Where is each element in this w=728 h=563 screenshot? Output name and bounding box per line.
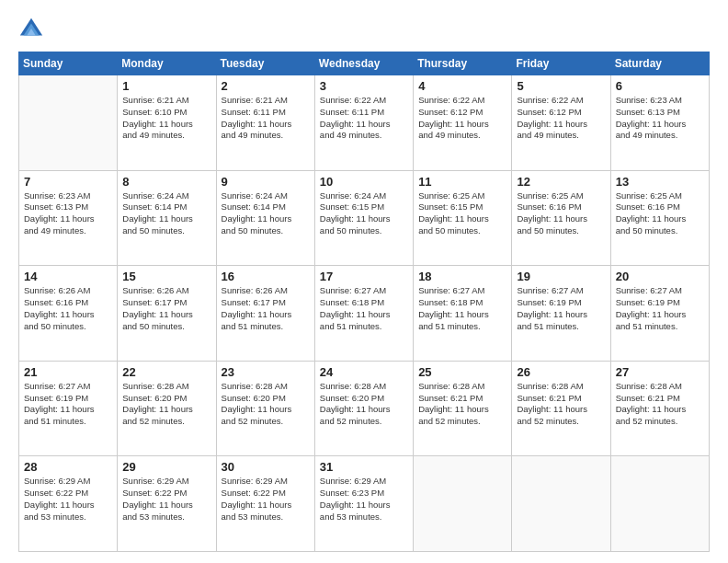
calendar-cell: 27Sunrise: 6:28 AM Sunset: 6:21 PM Dayli… xyxy=(610,361,709,456)
day-number: 5 xyxy=(517,79,605,93)
calendar-cell: 2Sunrise: 6:21 AM Sunset: 6:11 PM Daylig… xyxy=(216,75,314,171)
day-info: Sunrise: 6:22 AM Sunset: 6:11 PM Dayligh… xyxy=(320,95,408,142)
week-row-3: 21Sunrise: 6:27 AM Sunset: 6:19 PM Dayli… xyxy=(19,361,710,456)
day-number: 22 xyxy=(122,365,210,379)
day-number: 8 xyxy=(122,175,210,189)
calendar-cell: 15Sunrise: 6:26 AM Sunset: 6:17 PM Dayli… xyxy=(118,266,216,362)
day-info: Sunrise: 6:26 AM Sunset: 6:17 PM Dayligh… xyxy=(222,285,310,332)
calendar-cell: 8Sunrise: 6:24 AM Sunset: 6:14 PM Daylig… xyxy=(118,170,216,266)
weekday-header-saturday: Saturday xyxy=(610,52,709,75)
calendar-cell: 6Sunrise: 6:23 AM Sunset: 6:13 PM Daylig… xyxy=(610,75,709,171)
page: SundayMondayTuesdayWednesdayThursdayFrid… xyxy=(0,0,728,563)
calendar-table: SundayMondayTuesdayWednesdayThursdayFrid… xyxy=(18,52,710,552)
calendar-cell: 10Sunrise: 6:24 AM Sunset: 6:15 PM Dayli… xyxy=(314,170,413,266)
day-number: 14 xyxy=(24,270,112,283)
calendar-cell: 1Sunrise: 6:21 AM Sunset: 6:10 PM Daylig… xyxy=(118,75,216,171)
week-row-0: 1Sunrise: 6:21 AM Sunset: 6:10 PM Daylig… xyxy=(19,75,710,171)
day-info: Sunrise: 6:27 AM Sunset: 6:18 PM Dayligh… xyxy=(320,285,408,332)
calendar-cell xyxy=(512,456,610,552)
calendar-cell: 24Sunrise: 6:28 AM Sunset: 6:20 PM Dayli… xyxy=(314,361,413,456)
day-number: 7 xyxy=(24,175,112,189)
day-number: 12 xyxy=(517,175,605,189)
calendar-cell: 30Sunrise: 6:29 AM Sunset: 6:22 PM Dayli… xyxy=(216,456,314,552)
calendar-cell: 16Sunrise: 6:26 AM Sunset: 6:17 PM Dayli… xyxy=(216,266,314,362)
day-info: Sunrise: 6:29 AM Sunset: 6:22 PM Dayligh… xyxy=(222,476,310,523)
day-info: Sunrise: 6:25 AM Sunset: 6:16 PM Dayligh… xyxy=(517,190,605,237)
day-number: 15 xyxy=(122,270,210,283)
calendar-cell xyxy=(414,456,512,552)
day-info: Sunrise: 6:24 AM Sunset: 6:15 PM Dayligh… xyxy=(320,190,408,237)
calendar-cell: 3Sunrise: 6:22 AM Sunset: 6:11 PM Daylig… xyxy=(314,75,413,171)
calendar-cell: 29Sunrise: 6:29 AM Sunset: 6:22 PM Dayli… xyxy=(118,456,216,552)
day-info: Sunrise: 6:28 AM Sunset: 6:21 PM Dayligh… xyxy=(616,381,704,428)
calendar-cell: 4Sunrise: 6:22 AM Sunset: 6:12 PM Daylig… xyxy=(414,75,512,171)
weekday-header-sunday: Sunday xyxy=(19,52,118,75)
day-info: Sunrise: 6:21 AM Sunset: 6:10 PM Dayligh… xyxy=(122,95,210,142)
calendar-cell: 5Sunrise: 6:22 AM Sunset: 6:12 PM Daylig… xyxy=(512,75,610,171)
weekday-header-monday: Monday xyxy=(118,52,216,75)
day-number: 16 xyxy=(222,270,310,283)
week-row-4: 28Sunrise: 6:29 AM Sunset: 6:22 PM Dayli… xyxy=(19,456,710,552)
day-info: Sunrise: 6:23 AM Sunset: 6:13 PM Dayligh… xyxy=(616,95,704,142)
day-info: Sunrise: 6:28 AM Sunset: 6:20 PM Dayligh… xyxy=(222,381,310,428)
day-info: Sunrise: 6:26 AM Sunset: 6:16 PM Dayligh… xyxy=(24,285,112,332)
day-info: Sunrise: 6:24 AM Sunset: 6:14 PM Dayligh… xyxy=(222,190,310,237)
day-number: 31 xyxy=(320,460,408,474)
calendar-cell: 22Sunrise: 6:28 AM Sunset: 6:20 PM Dayli… xyxy=(118,361,216,456)
day-number: 21 xyxy=(24,365,112,379)
calendar-cell: 12Sunrise: 6:25 AM Sunset: 6:16 PM Dayli… xyxy=(512,170,610,266)
week-row-2: 14Sunrise: 6:26 AM Sunset: 6:16 PM Dayli… xyxy=(19,266,710,362)
calendar-cell: 17Sunrise: 6:27 AM Sunset: 6:18 PM Dayli… xyxy=(314,266,413,362)
calendar-cell: 7Sunrise: 6:23 AM Sunset: 6:13 PM Daylig… xyxy=(19,170,118,266)
day-info: Sunrise: 6:28 AM Sunset: 6:21 PM Dayligh… xyxy=(517,381,605,428)
day-number: 27 xyxy=(616,365,704,379)
calendar-cell: 31Sunrise: 6:29 AM Sunset: 6:23 PM Dayli… xyxy=(314,456,413,552)
calendar-cell: 14Sunrise: 6:26 AM Sunset: 6:16 PM Dayli… xyxy=(19,266,118,362)
day-number: 26 xyxy=(517,365,605,379)
calendar-cell: 20Sunrise: 6:27 AM Sunset: 6:19 PM Dayli… xyxy=(610,266,709,362)
calendar-cell: 13Sunrise: 6:25 AM Sunset: 6:16 PM Dayli… xyxy=(610,170,709,266)
calendar-cell: 23Sunrise: 6:28 AM Sunset: 6:20 PM Dayli… xyxy=(216,361,314,456)
day-number: 6 xyxy=(616,79,704,93)
day-info: Sunrise: 6:22 AM Sunset: 6:12 PM Dayligh… xyxy=(418,95,506,142)
calendar-cell: 21Sunrise: 6:27 AM Sunset: 6:19 PM Dayli… xyxy=(19,361,118,456)
day-number: 11 xyxy=(418,175,506,189)
day-number: 17 xyxy=(320,270,408,283)
day-info: Sunrise: 6:29 AM Sunset: 6:22 PM Dayligh… xyxy=(122,476,210,523)
day-info: Sunrise: 6:24 AM Sunset: 6:14 PM Dayligh… xyxy=(122,190,210,237)
calendar-cell: 28Sunrise: 6:29 AM Sunset: 6:22 PM Dayli… xyxy=(19,456,118,552)
day-info: Sunrise: 6:27 AM Sunset: 6:19 PM Dayligh… xyxy=(616,285,704,332)
day-number: 30 xyxy=(222,460,310,474)
day-number: 13 xyxy=(616,175,704,189)
day-info: Sunrise: 6:25 AM Sunset: 6:15 PM Dayligh… xyxy=(418,190,506,237)
day-info: Sunrise: 6:26 AM Sunset: 6:17 PM Dayligh… xyxy=(122,285,210,332)
weekday-header-thursday: Thursday xyxy=(414,52,512,75)
day-info: Sunrise: 6:22 AM Sunset: 6:12 PM Dayligh… xyxy=(517,95,605,142)
logo xyxy=(18,17,48,42)
calendar-cell: 18Sunrise: 6:27 AM Sunset: 6:18 PM Dayli… xyxy=(414,266,512,362)
weekday-header-wednesday: Wednesday xyxy=(314,52,413,75)
day-info: Sunrise: 6:23 AM Sunset: 6:13 PM Dayligh… xyxy=(24,190,112,237)
day-info: Sunrise: 6:29 AM Sunset: 6:22 PM Dayligh… xyxy=(24,476,112,523)
calendar-cell: 11Sunrise: 6:25 AM Sunset: 6:15 PM Dayli… xyxy=(414,170,512,266)
day-number: 1 xyxy=(122,79,210,93)
header xyxy=(18,17,710,42)
calendar-cell xyxy=(19,75,118,171)
day-number: 4 xyxy=(418,79,506,93)
day-number: 19 xyxy=(517,270,605,283)
day-info: Sunrise: 6:27 AM Sunset: 6:18 PM Dayligh… xyxy=(418,285,506,332)
calendar-cell xyxy=(610,456,709,552)
day-info: Sunrise: 6:25 AM Sunset: 6:16 PM Dayligh… xyxy=(616,190,704,237)
day-number: 3 xyxy=(320,79,408,93)
weekday-header-row: SundayMondayTuesdayWednesdayThursdayFrid… xyxy=(19,52,710,75)
day-number: 29 xyxy=(122,460,210,474)
weekday-header-friday: Friday xyxy=(512,52,610,75)
day-number: 18 xyxy=(418,270,506,283)
day-number: 23 xyxy=(222,365,310,379)
day-number: 20 xyxy=(616,270,704,283)
day-info: Sunrise: 6:29 AM Sunset: 6:23 PM Dayligh… xyxy=(320,476,408,523)
logo-icon xyxy=(18,17,44,42)
day-number: 28 xyxy=(24,460,112,474)
day-number: 2 xyxy=(222,79,310,93)
day-number: 9 xyxy=(222,175,310,189)
